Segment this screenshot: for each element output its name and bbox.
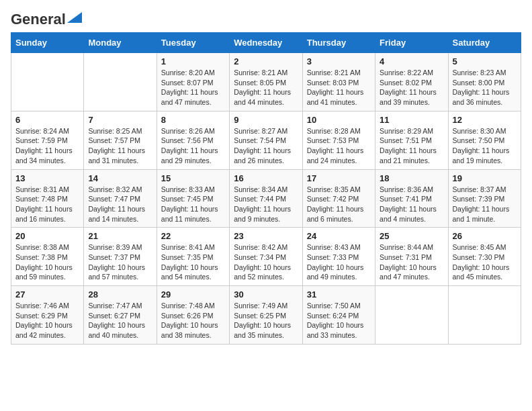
day-number: 24 bbox=[307, 231, 371, 241]
day-number: 9 bbox=[234, 115, 298, 125]
calendar-cell: 5Sunrise: 8:23 AMSunset: 8:00 PMDaylight… bbox=[448, 53, 521, 111]
calendar-cell: 10Sunrise: 8:28 AMSunset: 7:53 PMDayligh… bbox=[302, 111, 375, 169]
calendar-cell: 29Sunrise: 7:48 AMSunset: 6:26 PMDayligh… bbox=[157, 286, 229, 345]
day-number: 23 bbox=[234, 231, 298, 241]
calendar-cell: 20Sunrise: 8:38 AMSunset: 7:38 PMDayligh… bbox=[11, 228, 84, 286]
day-number: 19 bbox=[453, 173, 517, 183]
calendar-week-row: 13Sunrise: 8:31 AMSunset: 7:48 PMDayligh… bbox=[11, 169, 521, 228]
calendar-cell: 14Sunrise: 8:32 AMSunset: 7:47 PMDayligh… bbox=[84, 169, 157, 228]
day-number: 26 bbox=[453, 231, 517, 241]
calendar-cell: 31Sunrise: 7:50 AMSunset: 6:24 PMDayligh… bbox=[302, 286, 375, 345]
calendar-cell: 24Sunrise: 8:43 AMSunset: 7:33 PMDayligh… bbox=[302, 228, 375, 286]
logo-general: General bbox=[11, 11, 66, 28]
cell-info: Sunrise: 8:42 AMSunset: 7:34 PMDaylight:… bbox=[234, 242, 298, 282]
day-number: 13 bbox=[15, 173, 79, 183]
day-number: 6 bbox=[15, 115, 79, 125]
day-number: 17 bbox=[307, 173, 371, 183]
weekday-header-tuesday: Tuesday bbox=[157, 33, 229, 53]
weekday-header-saturday: Saturday bbox=[448, 33, 521, 53]
cell-info: Sunrise: 8:37 AMSunset: 7:39 PMDaylight:… bbox=[453, 185, 517, 224]
calendar-cell bbox=[448, 286, 521, 345]
day-number: 1 bbox=[161, 56, 225, 66]
calendar-cell bbox=[11, 53, 84, 111]
calendar-cell: 16Sunrise: 8:34 AMSunset: 7:44 PMDayligh… bbox=[230, 169, 302, 228]
calendar-cell bbox=[84, 53, 157, 111]
cell-info: Sunrise: 8:27 AMSunset: 7:54 PMDaylight:… bbox=[234, 126, 298, 166]
calendar-cell: 18Sunrise: 8:36 AMSunset: 7:41 PMDayligh… bbox=[375, 169, 448, 228]
day-number: 5 bbox=[453, 56, 517, 66]
calendar-week-row: 27Sunrise: 7:46 AMSunset: 6:29 PMDayligh… bbox=[11, 286, 521, 345]
calendar-cell: 25Sunrise: 8:44 AMSunset: 7:31 PMDayligh… bbox=[375, 228, 448, 286]
calendar-cell bbox=[375, 286, 448, 345]
cell-info: Sunrise: 8:33 AMSunset: 7:45 PMDaylight:… bbox=[161, 185, 225, 224]
day-number: 3 bbox=[307, 56, 371, 66]
cell-info: Sunrise: 8:23 AMSunset: 8:00 PMDaylight:… bbox=[453, 68, 517, 107]
day-number: 18 bbox=[380, 173, 443, 183]
calendar-cell: 11Sunrise: 8:29 AMSunset: 7:51 PMDayligh… bbox=[375, 111, 448, 169]
day-number: 28 bbox=[88, 289, 152, 300]
day-number: 27 bbox=[15, 289, 79, 300]
cell-info: Sunrise: 8:36 AMSunset: 7:41 PMDaylight:… bbox=[380, 185, 443, 224]
calendar-cell: 4Sunrise: 8:22 AMSunset: 8:02 PMDaylight… bbox=[375, 53, 448, 111]
cell-info: Sunrise: 8:44 AMSunset: 7:31 PMDaylight:… bbox=[380, 242, 443, 282]
calendar-cell: 22Sunrise: 8:41 AMSunset: 7:35 PMDayligh… bbox=[157, 228, 229, 286]
cell-info: Sunrise: 8:35 AMSunset: 7:42 PMDaylight:… bbox=[307, 185, 371, 224]
day-number: 7 bbox=[88, 115, 152, 125]
weekday-header-wednesday: Wednesday bbox=[230, 33, 302, 53]
day-number: 14 bbox=[88, 173, 152, 183]
calendar-table: SundayMondayTuesdayWednesdayThursdayFrid… bbox=[11, 32, 521, 345]
calendar-cell: 8Sunrise: 8:26 AMSunset: 7:56 PMDaylight… bbox=[157, 111, 229, 169]
cell-info: Sunrise: 8:39 AMSunset: 7:37 PMDaylight:… bbox=[88, 242, 152, 282]
day-number: 16 bbox=[234, 173, 298, 183]
cell-info: Sunrise: 8:21 AMSunset: 8:03 PMDaylight:… bbox=[307, 68, 371, 107]
day-number: 25 bbox=[380, 231, 443, 241]
day-number: 4 bbox=[380, 56, 443, 66]
calendar-cell: 21Sunrise: 8:39 AMSunset: 7:37 PMDayligh… bbox=[84, 228, 157, 286]
cell-info: Sunrise: 7:47 AMSunset: 6:27 PMDaylight:… bbox=[88, 301, 152, 340]
day-number: 30 bbox=[234, 289, 298, 300]
day-number: 12 bbox=[453, 115, 517, 125]
weekday-header-thursday: Thursday bbox=[302, 33, 375, 53]
day-number: 8 bbox=[161, 115, 225, 125]
calendar-cell: 2Sunrise: 8:21 AMSunset: 8:05 PMDaylight… bbox=[230, 53, 302, 111]
cell-info: Sunrise: 8:32 AMSunset: 7:47 PMDaylight:… bbox=[88, 185, 152, 224]
day-number: 29 bbox=[161, 289, 225, 300]
day-number: 22 bbox=[161, 231, 225, 241]
cell-info: Sunrise: 8:38 AMSunset: 7:38 PMDaylight:… bbox=[15, 242, 79, 282]
day-number: 10 bbox=[307, 115, 371, 125]
cell-info: Sunrise: 8:20 AMSunset: 8:07 PMDaylight:… bbox=[161, 68, 225, 107]
header: General bbox=[11, 11, 521, 26]
cell-info: Sunrise: 8:28 AMSunset: 7:53 PMDaylight:… bbox=[307, 126, 371, 166]
cell-info: Sunrise: 8:45 AMSunset: 7:30 PMDaylight:… bbox=[453, 242, 517, 282]
calendar-week-row: 20Sunrise: 8:38 AMSunset: 7:38 PMDayligh… bbox=[11, 228, 521, 286]
calendar-cell: 19Sunrise: 8:37 AMSunset: 7:39 PMDayligh… bbox=[448, 169, 521, 228]
calendar-cell: 6Sunrise: 8:24 AMSunset: 7:59 PMDaylight… bbox=[11, 111, 84, 169]
cell-info: Sunrise: 7:49 AMSunset: 6:25 PMDaylight:… bbox=[234, 301, 298, 340]
cell-info: Sunrise: 8:41 AMSunset: 7:35 PMDaylight:… bbox=[161, 242, 225, 282]
cell-info: Sunrise: 8:26 AMSunset: 7:56 PMDaylight:… bbox=[161, 126, 225, 166]
calendar-cell: 1Sunrise: 8:20 AMSunset: 8:07 PMDaylight… bbox=[157, 53, 229, 111]
cell-info: Sunrise: 8:43 AMSunset: 7:33 PMDaylight:… bbox=[307, 242, 371, 282]
cell-info: Sunrise: 8:29 AMSunset: 7:51 PMDaylight:… bbox=[380, 126, 443, 166]
calendar-week-row: 6Sunrise: 8:24 AMSunset: 7:59 PMDaylight… bbox=[11, 111, 521, 169]
weekday-header-friday: Friday bbox=[375, 33, 448, 53]
calendar-cell: 17Sunrise: 8:35 AMSunset: 7:42 PMDayligh… bbox=[302, 169, 375, 228]
cell-info: Sunrise: 7:46 AMSunset: 6:29 PMDaylight:… bbox=[15, 301, 79, 340]
calendar-cell: 15Sunrise: 8:33 AMSunset: 7:45 PMDayligh… bbox=[157, 169, 229, 228]
cell-info: Sunrise: 8:22 AMSunset: 8:02 PMDaylight:… bbox=[380, 68, 443, 107]
cell-info: Sunrise: 7:50 AMSunset: 6:24 PMDaylight:… bbox=[307, 301, 371, 340]
cell-info: Sunrise: 8:34 AMSunset: 7:44 PMDaylight:… bbox=[234, 185, 298, 224]
day-number: 20 bbox=[15, 231, 79, 241]
day-number: 31 bbox=[307, 289, 371, 300]
calendar-body: 1Sunrise: 8:20 AMSunset: 8:07 PMDaylight… bbox=[11, 53, 521, 345]
weekday-header-monday: Monday bbox=[84, 33, 157, 53]
calendar-cell: 13Sunrise: 8:31 AMSunset: 7:48 PMDayligh… bbox=[11, 169, 84, 228]
day-number: 2 bbox=[234, 56, 298, 66]
cell-info: Sunrise: 8:31 AMSunset: 7:48 PMDaylight:… bbox=[15, 185, 79, 224]
calendar-cell: 27Sunrise: 7:46 AMSunset: 6:29 PMDayligh… bbox=[11, 286, 84, 345]
day-number: 11 bbox=[380, 115, 443, 125]
calendar-cell: 9Sunrise: 8:27 AMSunset: 7:54 PMDaylight… bbox=[230, 111, 302, 169]
calendar-cell: 7Sunrise: 8:25 AMSunset: 7:57 PMDaylight… bbox=[84, 111, 157, 169]
cell-info: Sunrise: 7:48 AMSunset: 6:26 PMDaylight:… bbox=[161, 301, 225, 340]
calendar-cell: 3Sunrise: 8:21 AMSunset: 8:03 PMDaylight… bbox=[302, 53, 375, 111]
